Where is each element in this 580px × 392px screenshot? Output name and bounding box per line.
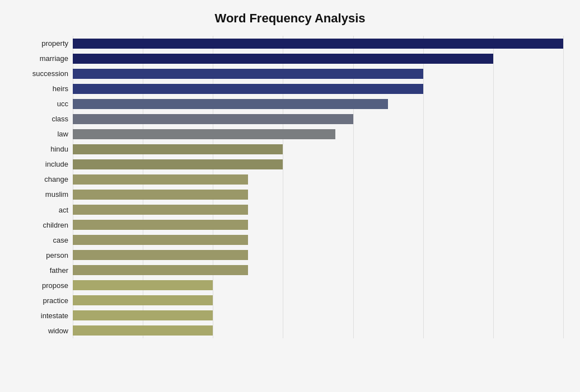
plot-area — [73, 36, 563, 338]
grid-line — [283, 36, 283, 338]
bar — [73, 250, 248, 260]
bar-row — [73, 143, 563, 155]
bar — [73, 39, 563, 49]
bar — [73, 265, 248, 275]
bar-row — [73, 264, 563, 276]
chart-title: Word Frequency Analysis — [17, 11, 563, 26]
y-label: ucc — [17, 98, 68, 110]
bar — [73, 114, 353, 124]
bar-row — [73, 37, 563, 50]
bar-row — [73, 128, 563, 140]
grid-line — [563, 36, 564, 338]
y-label: change — [17, 173, 68, 186]
grid-line — [353, 36, 354, 338]
y-axis: propertymarriagesuccessionheirsuccclassl… — [17, 36, 73, 338]
bar-row — [73, 219, 563, 231]
bar-row — [73, 173, 563, 186]
y-label: heirs — [17, 83, 68, 95]
chart-container: Word Frequency Analysis propertymarriage… — [0, 0, 580, 392]
bar-row — [73, 68, 563, 80]
y-label: hindu — [17, 143, 68, 155]
bar — [73, 129, 335, 139]
bar — [73, 310, 213, 320]
grid-line — [493, 36, 494, 338]
grid-line — [423, 36, 424, 338]
bar — [73, 54, 493, 64]
y-label: include — [17, 158, 68, 171]
bar — [73, 235, 248, 245]
bar — [73, 295, 213, 305]
y-label: muslim — [17, 188, 68, 201]
bar-row — [73, 113, 563, 125]
y-label: case — [17, 234, 68, 246]
x-axis: 02468101214Frequency — [56, 389, 563, 392]
bar — [73, 325, 213, 336]
bar-row — [73, 309, 563, 322]
grid-line — [143, 36, 143, 338]
y-label: act — [17, 204, 68, 216]
y-label: practice — [17, 294, 68, 306]
bar — [73, 174, 248, 185]
bar-row — [73, 234, 563, 246]
bar — [73, 190, 248, 200]
y-label: intestate — [17, 309, 68, 322]
bar-row — [73, 249, 563, 261]
y-label: marriage — [17, 53, 68, 65]
grid-line — [73, 36, 73, 338]
bar — [73, 144, 283, 154]
bar — [73, 159, 283, 169]
y-label: person — [17, 249, 68, 261]
bar-row — [73, 158, 563, 171]
bar-row — [73, 53, 563, 65]
bar — [73, 69, 423, 79]
y-label: succession — [17, 68, 68, 80]
bar-row — [73, 98, 563, 110]
bar-row — [73, 188, 563, 201]
y-label: property — [17, 37, 68, 50]
bar-row — [73, 204, 563, 216]
y-label: widow — [17, 324, 68, 337]
bar-row — [73, 294, 563, 306]
chart-area: propertymarriagesuccessionheirsuccclassl… — [17, 36, 563, 338]
y-label: children — [17, 219, 68, 231]
bar-row — [73, 83, 563, 95]
bar — [73, 99, 388, 109]
bar — [73, 205, 248, 215]
bar — [73, 84, 423, 94]
y-label: father — [17, 264, 68, 276]
grid-line — [213, 36, 213, 338]
bar — [73, 280, 213, 290]
y-label: law — [17, 128, 68, 140]
y-label: propose — [17, 279, 68, 291]
y-label: class — [17, 113, 68, 125]
bar-row — [73, 279, 563, 291]
bar — [73, 220, 248, 230]
bar-row — [73, 324, 563, 337]
